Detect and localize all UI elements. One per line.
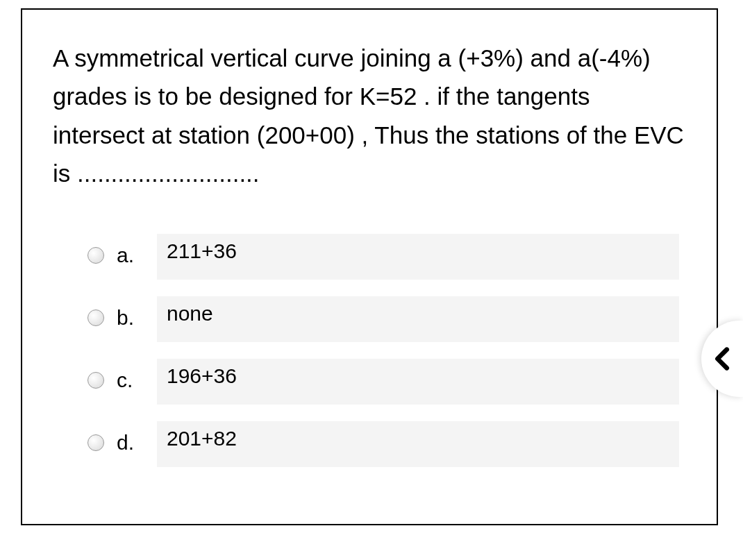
radio-button[interactable]: [87, 247, 104, 264]
radio-button[interactable]: [87, 309, 104, 326]
options-container: a. 211+36 b. none c. 196+36 d. 201+82: [87, 234, 679, 464]
option-text: 201+82: [157, 421, 679, 464]
option-row-c[interactable]: c. 196+36: [87, 359, 679, 402]
question-text: A symmetrical vertical curve joining a (…: [53, 39, 686, 192]
chevron-left-icon: [708, 345, 736, 373]
option-row-a[interactable]: a. 211+36: [87, 234, 679, 277]
option-text: 196+36: [157, 359, 679, 402]
option-text: 211+36: [157, 234, 679, 277]
option-text: none: [157, 296, 679, 339]
option-row-d[interactable]: d. 201+82: [87, 421, 679, 464]
radio-button[interactable]: [87, 434, 104, 451]
option-letter: d.: [117, 431, 144, 455]
radio-button[interactable]: [87, 372, 104, 389]
option-letter: b.: [117, 306, 144, 330]
option-letter: a.: [117, 244, 144, 267]
option-letter: c.: [117, 368, 144, 392]
option-row-b[interactable]: b. none: [87, 296, 679, 339]
question-card: A symmetrical vertical curve joining a (…: [21, 8, 718, 525]
